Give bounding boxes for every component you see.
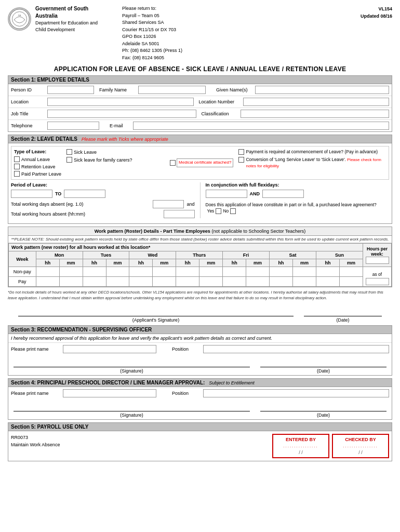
section4-name-row: Please print name Position xyxy=(8,387,392,400)
job-title-row: Job Title Classification xyxy=(8,108,392,120)
working-days-row: Total working days absent (eg. 1.0) and xyxy=(11,200,195,208)
pay-thu-hh[interactable] xyxy=(180,278,195,285)
sick-leave-checkbox[interactable] xyxy=(66,149,72,155)
pay-fri-mm[interactable] xyxy=(250,278,265,285)
org-name: Government of South Australia Department… xyxy=(35,5,112,33)
non-pay-thu-hh[interactable] xyxy=(180,268,195,275)
pay-row: Pay xyxy=(9,277,392,287)
family-name-input[interactable] xyxy=(138,86,206,94)
section5: Section 5: PAYROLL USE ONLY RR0073 Maint… xyxy=(8,422,392,461)
roster-section: Work pattern (Roster) Details - Part Tim… xyxy=(8,227,392,287)
non-pay-sat-hh[interactable] xyxy=(274,268,288,275)
sick-family-option: Sick leave for family carers? xyxy=(66,157,165,163)
pay-fri-hh[interactable] xyxy=(227,278,242,285)
non-pay-sat-mm[interactable] xyxy=(297,268,312,275)
pay-sun-mm[interactable] xyxy=(344,278,358,285)
non-pay-fri-mm[interactable] xyxy=(250,268,265,275)
payment-advance-item: Payment is required at commencement of L… xyxy=(238,149,386,155)
pay-mon-mm[interactable] xyxy=(64,278,78,285)
period-label: Period of Leave: xyxy=(11,182,195,188)
sat-hh: hh xyxy=(270,259,293,267)
working-days-label: Total working days absent (eg. 1.0) xyxy=(11,202,153,207)
non-pay-sun-mm[interactable] xyxy=(344,268,358,275)
pay-mon-hh[interactable] xyxy=(41,278,55,285)
period-of-leave-row: Period of Leave: TO Total working days a… xyxy=(11,182,389,218)
non-pay-mon-hh[interactable] xyxy=(41,268,55,275)
pay-sat-hh[interactable] xyxy=(274,278,288,285)
working-days-input[interactable] xyxy=(153,200,184,208)
non-pay-wed-mm[interactable] xyxy=(157,268,171,275)
non-pay-thu-mm[interactable] xyxy=(204,268,218,275)
classification-input[interactable] xyxy=(241,110,390,118)
pay-wed-mm[interactable] xyxy=(157,278,171,285)
applicant-signature-area: (Applicant's Signature) (Date) xyxy=(8,306,392,323)
sick-leave-option: Sick Leave xyxy=(66,149,165,155)
tues-header: Tues xyxy=(83,251,129,259)
leave-type-container: Type of Leave: Annual Leave Retention Le… xyxy=(11,146,389,180)
retention-leave-option: Retention Leave xyxy=(14,164,61,169)
given-names-input[interactable] xyxy=(255,86,389,94)
section4-position-input[interactable] xyxy=(203,389,389,397)
pay-sat-mm[interactable] xyxy=(297,278,312,285)
mon-header: Mon xyxy=(36,251,83,259)
yes-checkbox[interactable] xyxy=(216,208,221,214)
paid-partner-checkbox[interactable] xyxy=(14,171,20,177)
pay-tue-hh[interactable] xyxy=(87,278,102,285)
pay-thu-mm[interactable] xyxy=(204,278,218,285)
svg-text:SA: SA xyxy=(18,14,21,17)
tue-mm: mm xyxy=(106,259,129,267)
pay-wed-hh[interactable] xyxy=(134,278,148,285)
period-to-input[interactable] xyxy=(64,190,105,198)
section4-name-input[interactable] xyxy=(63,389,156,397)
working-hours-input[interactable] xyxy=(164,210,195,218)
pay-tue-mm[interactable] xyxy=(110,278,125,285)
retention-leave-checkbox[interactable] xyxy=(14,164,20,169)
thu-mm: mm xyxy=(199,259,223,267)
section3: Section 3: RECOMMENDATION - SUPERVISING … xyxy=(8,325,392,376)
as-of-input[interactable] xyxy=(366,278,389,285)
non-pay-tue-hh[interactable] xyxy=(87,268,102,275)
no-checkbox[interactable] xyxy=(230,208,236,214)
section3-name-input[interactable] xyxy=(63,345,156,353)
section3-header: Section 3: RECOMMENDATION - SUPERVISING … xyxy=(8,326,392,334)
period-from-input[interactable] xyxy=(11,190,52,198)
email-input[interactable] xyxy=(133,122,389,130)
flexi-to-input[interactable] xyxy=(262,190,304,198)
non-pay-label: Non-pay xyxy=(9,267,36,277)
non-pay-sun-hh[interactable] xyxy=(321,268,335,275)
flexi-from-input[interactable] xyxy=(206,190,247,198)
job-title-input[interactable] xyxy=(47,110,196,118)
maintain-label: Maintain Work Absence xyxy=(11,441,60,448)
section1: Section 1: EMPLOYEE DETAILS Person ID Fa… xyxy=(8,75,392,132)
flexiday-dates: AND xyxy=(206,190,390,198)
section3-italic: I hereby recommend approval of this appl… xyxy=(8,334,392,343)
annual-leave-checkbox[interactable] xyxy=(14,156,20,162)
checked-by-title: CHECKED BY xyxy=(335,437,386,442)
sun-hh: hh xyxy=(316,259,339,267)
telephone-input[interactable] xyxy=(47,122,99,130)
section3-position-input[interactable] xyxy=(203,345,389,353)
conversion-checkbox[interactable] xyxy=(238,157,244,163)
non-pay-fri-hh[interactable] xyxy=(227,268,242,275)
section4-note: Subject to Entitlement xyxy=(209,380,255,385)
section3-date-block: (Date) xyxy=(260,358,386,374)
location-input[interactable] xyxy=(47,98,194,106)
payment-advance-checkbox[interactable] xyxy=(238,149,244,155)
roster-header: Work pattern (Roster) Details - Part Tim… xyxy=(8,227,392,236)
non-pay-wed-hh[interactable] xyxy=(134,268,148,275)
applicant-date-label: (Date) xyxy=(304,317,382,323)
annual-leave-option: Annual Leave xyxy=(14,156,61,162)
sick-family-checkbox[interactable] xyxy=(66,157,72,163)
and-label: AND xyxy=(250,191,260,196)
non-pay-tue-mm[interactable] xyxy=(110,268,125,275)
location-number-input[interactable] xyxy=(243,98,390,106)
hours-per-week-input[interactable] xyxy=(366,257,389,264)
section3-name-row: Please print name Position xyxy=(8,343,392,355)
non-pay-mon-mm[interactable] xyxy=(64,268,78,275)
pay-sun-hh[interactable] xyxy=(321,278,335,285)
applicant-date-line xyxy=(304,306,382,316)
med-cert-checkbox[interactable] xyxy=(170,160,176,166)
person-id-input[interactable] xyxy=(47,86,94,94)
telephone-label: Telephone xyxy=(11,123,47,128)
checked-by-date: / / xyxy=(335,450,386,455)
